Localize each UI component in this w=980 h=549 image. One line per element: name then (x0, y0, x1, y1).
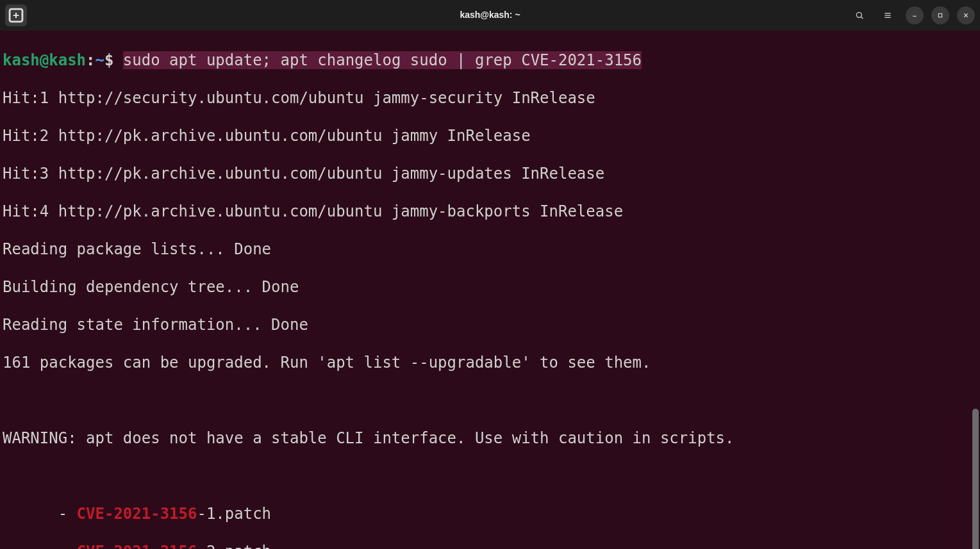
minimize-button[interactable] (906, 6, 924, 24)
cve-highlight: CVE-2021-3156 (77, 543, 197, 549)
output-patch-1: - CVE-2021-3156-1.patch (3, 505, 977, 524)
prompt-colon: : (86, 51, 95, 69)
prompt-user-host: kash@kash (3, 51, 86, 69)
output-blank (3, 391, 977, 411)
output-patch-2: - CVE-2021-3156-2.patch (3, 543, 977, 549)
close-button[interactable] (957, 6, 975, 24)
svg-rect-7 (938, 13, 942, 17)
entered-command: sudo apt update; apt changelog sudo | gr… (123, 51, 642, 69)
hamburger-menu-icon[interactable] (877, 5, 898, 26)
svg-line-2 (861, 17, 863, 19)
output-upgradable: 161 packages can be upgraded. Run 'apt l… (3, 354, 977, 373)
maximize-button[interactable] (931, 6, 949, 24)
output-hit2: Hit:2 http://pk.archive.ubuntu.com/ubunt… (3, 127, 977, 146)
output-hit4: Hit:4 http://pk.archive.ubuntu.com/ubunt… (3, 202, 977, 222)
search-icon[interactable] (849, 5, 870, 26)
output-building-tree: Building dependency tree... Done (3, 278, 977, 297)
window-titlebar: kash@kash: ~ (0, 0, 980, 31)
output-hit1: Hit:1 http://security.ubuntu.com/ubuntu … (3, 89, 977, 108)
output-reading-state: Reading state information... Done (3, 316, 977, 335)
terminal-area[interactable]: kash@kash:~$ sudo apt update; apt change… (0, 31, 980, 549)
prompt-dollar: $ (104, 51, 123, 69)
cve-highlight: CVE-2021-3156 (77, 505, 197, 523)
prompt-path: ~ (96, 51, 104, 69)
output-blank2 (3, 467, 977, 486)
output-hit3: Hit:3 http://pk.archive.ubuntu.com/ubunt… (3, 165, 977, 184)
window-title: kash@kash: ~ (460, 10, 520, 20)
output-warning: WARNING: apt does not have a stable CLI … (3, 429, 977, 448)
new-tab-button[interactable] (5, 4, 27, 26)
scrollbar-thumb[interactable] (972, 409, 979, 549)
output-reading-lists: Reading package lists... Done (3, 240, 977, 259)
svg-point-1 (856, 12, 861, 17)
prompt-line-1: kash@kash:~$ sudo apt update; apt change… (3, 51, 977, 70)
